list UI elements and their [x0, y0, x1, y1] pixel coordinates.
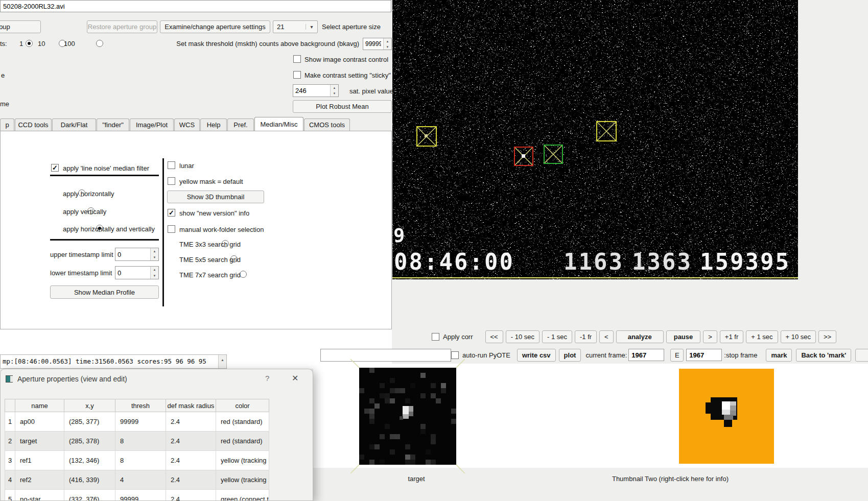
show-contrast-checkbox[interactable]: ✓ — [293, 55, 301, 63]
cell-xy[interactable]: (132, 346) — [64, 451, 115, 470]
forward-1-sec-button[interactable]: + 1 sec — [746, 330, 778, 343]
table-row[interactable]: 4 ref2 (416, 339) 4 2.4 yellow (tracking… — [5, 470, 269, 490]
col-xy[interactable]: x,y — [64, 399, 115, 412]
cell-thresh[interactable]: 8 — [115, 451, 166, 470]
stop-frame-input[interactable] — [686, 349, 722, 361]
cell-color[interactable]: red (standard) — [216, 412, 269, 432]
line-noise-filter-checkbox[interactable]: ✓ — [51, 164, 59, 172]
increment-100-radio[interactable] — [96, 40, 103, 47]
main-image-canvas[interactable] — [392, 0, 798, 279]
auto-run-pyote-checkbox[interactable]: ✓ — [451, 351, 459, 359]
yellow-mask-checkbox[interactable]: ✓ — [168, 177, 175, 185]
back-10-sec-button[interactable]: - 10 sec — [506, 330, 539, 343]
cell-name[interactable]: no-star — [15, 490, 64, 501]
restore-aperture-group-button[interactable]: Restore aperture group — [87, 20, 157, 33]
log-textbox[interactable]: mp:[08:46:00.0563] time:31560.0563 score… — [0, 354, 227, 369]
spin-up-icon[interactable]: ▲ — [331, 85, 338, 91]
apply-corr-checkbox[interactable]: ✓ — [432, 333, 439, 341]
examine-aperture-settings-button[interactable]: Examine/change aperture settings — [160, 20, 270, 33]
tab-ccd-tools[interactable]: CCD tools — [15, 118, 52, 131]
spin-up-icon[interactable]: ▲ — [151, 267, 158, 273]
analyze-button[interactable]: analyze — [616, 330, 664, 343]
aperture-box-ref2[interactable] — [596, 121, 617, 141]
close-icon[interactable]: ✕ — [292, 373, 298, 383]
lower-timestamp-value[interactable] — [115, 267, 150, 279]
cell-radius[interactable]: 2.4 — [166, 470, 216, 490]
sat-pixel-spinbox[interactable]: ▲ ▼ — [293, 84, 339, 97]
filename-input[interactable] — [0, 0, 391, 12]
back-1-sec-button[interactable]: - 1 sec — [542, 330, 572, 343]
col-thresh[interactable]: thresh — [115, 399, 166, 412]
col-color[interactable]: color — [216, 399, 269, 412]
manual-folder-checkbox[interactable]: ✓ — [168, 225, 175, 233]
spin-down-icon[interactable]: ▼ — [331, 91, 338, 97]
cell-radius[interactable]: 2.4 — [166, 451, 216, 470]
lower-timestamp-spinbox[interactable]: ▲ ▼ — [115, 266, 159, 279]
write-csv-button[interactable]: write csv — [517, 349, 556, 362]
tab-cmos-tools[interactable]: CMOS tools — [304, 118, 350, 131]
cell-radius[interactable]: 2.4 — [166, 490, 216, 501]
cell-radius[interactable]: 2.4 — [166, 432, 216, 451]
cell-thresh[interactable]: 8 — [115, 432, 166, 451]
show-median-profile-button[interactable]: Show Median Profile — [50, 285, 159, 299]
spin-up-icon[interactable]: ▲ — [384, 38, 391, 44]
col-radius[interactable]: def mask radius — [166, 399, 216, 412]
show-3d-thumbnail-button[interactable]: Show 3D thumbnail — [167, 190, 264, 203]
step-back-button[interactable]: < — [599, 330, 614, 343]
cell-radius[interactable]: 2.4 — [166, 412, 216, 432]
step-forward-button[interactable]: > — [703, 330, 717, 343]
current-frame-input[interactable] — [628, 349, 664, 361]
main-image-view[interactable]: 9 08:46:00 1163 1363 159395 — [392, 0, 798, 279]
cell-color[interactable]: green (connect t... — [216, 490, 269, 501]
mask-threshold-value[interactable] — [363, 38, 383, 50]
forward-10-sec-button[interactable]: + 10 sec — [781, 330, 816, 343]
cell-thresh[interactable]: 99999 — [115, 412, 166, 432]
e-button[interactable]: E — [670, 349, 684, 362]
table-row[interactable]: 3 ref1 (132, 346) 8 2.4 yellow (tracking… — [5, 451, 269, 470]
tab-finder[interactable]: "finder" — [97, 118, 129, 131]
upper-timestamp-value[interactable] — [115, 248, 150, 260]
aperture-group-button[interactable]: oup — [0, 20, 41, 33]
sat-pixel-value[interactable] — [293, 85, 330, 97]
aperture-box-target[interactable] — [514, 147, 533, 166]
new-version-checkbox[interactable]: ✓ — [168, 209, 175, 217]
back-to-mark-button[interactable]: Back to 'mark' — [796, 349, 851, 362]
tab-wcs[interactable]: WCS — [174, 118, 200, 131]
tab-image-plot[interactable]: Image/Plot — [130, 118, 174, 131]
spin-up-icon[interactable]: ▲ — [151, 248, 158, 254]
cell-xy[interactable]: (416, 339) — [64, 470, 115, 490]
cell-color[interactable]: yellow (tracking ... — [216, 451, 269, 470]
lunar-checkbox[interactable]: ✓ — [168, 161, 175, 169]
clear-data-button[interactable]: clear d — [855, 349, 868, 362]
forward-1-frame-button[interactable]: +1 fr — [720, 330, 743, 343]
col-name[interactable]: name — [15, 399, 64, 412]
jump-end-button[interactable]: >> — [818, 330, 836, 343]
cell-xy[interactable]: (285, 377) — [64, 412, 115, 432]
tab-pref[interactable]: Pref. — [227, 118, 254, 131]
table-row[interactable]: 2 target (285, 378) 8 2.4 red (standard) — [5, 432, 269, 451]
plot-button[interactable]: plot — [559, 349, 581, 362]
aperture-size-select[interactable]: 21 ▾ — [273, 20, 318, 33]
cell-xy[interactable]: (285, 378) — [64, 432, 115, 451]
cell-name[interactable]: target — [15, 432, 64, 451]
tab-median-misc[interactable]: Median/Misc — [254, 117, 303, 131]
log-scrollbar[interactable]: ▲ — [218, 355, 226, 368]
thumbnail-two-canvas[interactable] — [679, 369, 774, 464]
cell-thresh[interactable]: 99999 — [115, 490, 166, 501]
cell-color[interactable]: red (standard) — [216, 432, 269, 451]
tab-dark-flat[interactable]: Dark/Flat — [52, 118, 96, 131]
cell-thresh[interactable]: 4 — [115, 470, 166, 490]
cell-name[interactable]: ref2 — [15, 470, 64, 490]
increment-1-radio[interactable] — [26, 40, 33, 47]
spin-down-icon[interactable]: ▼ — [151, 254, 158, 260]
cell-xy[interactable]: (332, 376) — [64, 490, 115, 501]
plot-robust-mean-button[interactable]: Plot Robust Mean — [293, 100, 392, 113]
spin-down-icon[interactable]: ▼ — [384, 44, 391, 50]
back-1-frame-button[interactable]: -1 fr — [575, 330, 597, 343]
tab-cut[interactable]: p — [0, 118, 14, 131]
cell-name[interactable]: ap00 — [15, 412, 64, 432]
cell-color[interactable]: yellow (tracking ... — [216, 470, 269, 490]
sticky-contrast-checkbox[interactable]: ✓ — [293, 71, 301, 79]
mark-button[interactable]: mark — [766, 349, 792, 362]
jump-start-button[interactable]: << — [485, 330, 503, 343]
